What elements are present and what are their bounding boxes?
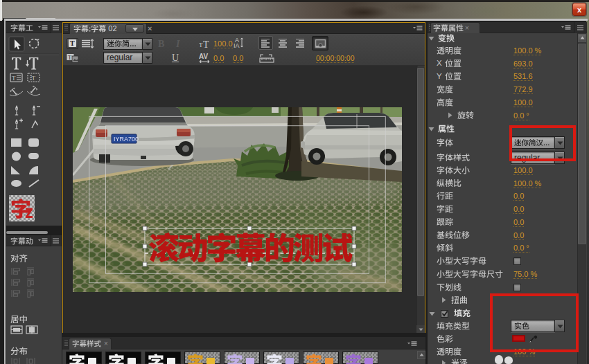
svg-text:T: T [68, 54, 72, 61]
svg-text:AV: AV [199, 53, 208, 60]
svg-text:T: T [32, 75, 36, 82]
svg-text:T: T [12, 75, 16, 82]
svg-text:T: T [203, 39, 209, 49]
svg-text:IA: IA [234, 42, 240, 49]
